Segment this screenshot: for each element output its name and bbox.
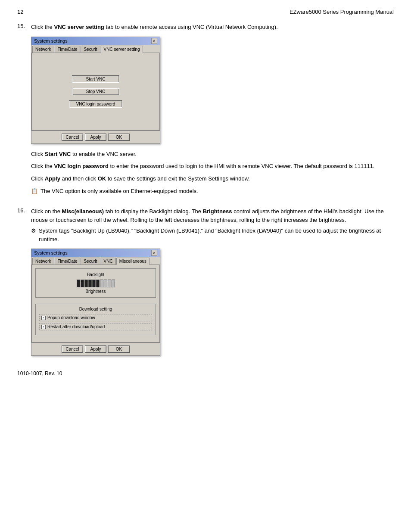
revision-text: 1010-1007, Rev. 10 [17, 370, 62, 376]
misc-tab-network[interactable]: Network [32, 258, 54, 264]
note-text: The VNC option is only available on Ethe… [40, 187, 198, 196]
ok-button[interactable]: OK [108, 134, 130, 141]
misc-dialog-title: System settings [34, 250, 68, 255]
apply-text: Apply [45, 175, 60, 182]
brightness-text: Brightness [85, 289, 106, 294]
manual-title: EZware5000 Series Programming Manual [290, 9, 394, 15]
system-tags-icon: ⚙ [31, 227, 36, 235]
vnc-dialog-content: Start VNC Stop VNC VNC login password [31, 53, 160, 131]
restart-after-download-checkbox[interactable]: ✓ [41, 325, 46, 329]
seg9 [108, 280, 111, 287]
misc-dialog-title-bar: System settings × [31, 249, 160, 257]
miscellaneous-bold: Misc(ellaneous) [62, 208, 104, 215]
page-header: 12 EZware5000 Series Programming Manual [17, 9, 394, 15]
brightness-widget: Brightness [77, 280, 115, 294]
popup-download-label: Popup download window [47, 315, 95, 320]
vnc-server-setting-bold: VNC server setting [54, 24, 104, 30]
seg7 [100, 280, 103, 287]
restart-after-download-label: Restart after download/upload [47, 324, 105, 329]
page-number: 12 [17, 9, 23, 15]
misc-tab-security[interactable]: Securit [81, 258, 100, 264]
vnc-login-password-button[interactable]: VNC login password [69, 100, 123, 108]
tab-timedate[interactable]: Time/Date [55, 46, 81, 53]
download-section: Download setting ✓ Popup download window… [35, 304, 156, 335]
step-15-body1: Click Start VNC to enable the VNC server… [31, 150, 394, 159]
vnc-note: 📋 The VNC option is only available on Et… [31, 187, 394, 196]
misc-dialog-content: Backlight [31, 265, 160, 342]
seg5 [92, 280, 96, 287]
ok-text: OK [98, 175, 106, 182]
vnc-login-password-text: VNC login password [54, 163, 108, 169]
popup-download-checkbox-row[interactable]: ✓ Popup download window [39, 314, 152, 321]
close-button[interactable]: × [151, 38, 157, 44]
misc-cancel-button[interactable]: Cancel [62, 345, 83, 353]
step-16-intro: Click on the Misc(ellaneous) tab to disp… [31, 207, 394, 224]
misc-ok-button[interactable]: OK [108, 345, 130, 353]
dialog-title: System settings [34, 38, 68, 44]
start-vnc-button[interactable]: Start VNC [72, 75, 119, 83]
tab-row: Network Time/Date Securit VNC server set… [31, 45, 160, 53]
system-tags-note: ⚙ System tags "Backlight Up (LB9040)," "… [31, 227, 394, 243]
misc-tab-miscellaneous[interactable]: Miscellaneous [116, 258, 149, 265]
step-15-block: 15. Click the VNC server setting tab to … [17, 23, 394, 199]
misc-tab-row: Network Time/Date Securit VNC Miscellane… [31, 257, 160, 265]
dialog-title-bar: System settings × [31, 37, 160, 45]
misc-tab-vnc[interactable]: VNC [101, 258, 116, 264]
step-15-intro: Click the VNC server setting tab to enab… [31, 23, 394, 31]
stop-vnc-button[interactable]: Stop VNC [72, 88, 119, 95]
seg8 [104, 280, 107, 287]
vnc-dialog-footer: Cancel Apply OK [31, 131, 160, 143]
misc-dialog-wrapper: System settings × Network Time/Date Secu… [31, 249, 394, 356]
backlight-label: Backlight [87, 272, 105, 277]
tab-network[interactable]: Network [32, 46, 54, 53]
seg1 [77, 280, 80, 287]
seg4 [88, 280, 92, 287]
tab-vnc-server-setting[interactable]: VNC server setting [101, 46, 143, 53]
system-tags-text: System tags "Backlight Up (LB9040)," "Ba… [39, 227, 394, 243]
page-footer: 1010-1007, Rev. 10 [17, 370, 394, 376]
misc-close-button[interactable]: × [151, 250, 157, 256]
step-15-number: 15. [17, 23, 28, 199]
step-15-body2: Click the VNC login password to enter th… [31, 162, 394, 171]
misc-apply-button[interactable]: Apply [85, 345, 106, 353]
misc-system-settings-dialog: System settings × Network Time/Date Secu… [31, 249, 160, 356]
apply-button[interactable]: Apply [85, 134, 106, 141]
cancel-button[interactable]: Cancel [62, 134, 83, 141]
vnc-dialog-wrapper: System settings × Network Time/Date Secu… [31, 37, 394, 144]
tab-security[interactable]: Securit [81, 46, 100, 53]
brightness-bar[interactable] [77, 280, 115, 287]
misc-tab-timedate[interactable]: Time/Date [55, 258, 81, 264]
step-16-number: 16. [17, 207, 28, 362]
restart-after-download-checkbox-row[interactable]: ✓ Restart after download/upload [39, 323, 152, 330]
vnc-system-settings-dialog: System settings × Network Time/Date Secu… [31, 37, 160, 144]
misc-dialog-footer: Cancel Apply OK [31, 342, 160, 355]
backlight-section: Backlight [35, 268, 156, 298]
start-vnc-text: Start VNC [45, 151, 71, 157]
popup-download-checkbox[interactable]: ✓ [41, 316, 46, 320]
step-16-block: 16. Click on the Misc(ellaneous) tab to … [17, 207, 394, 362]
download-section-title: Download setting [39, 307, 152, 311]
step-15-body3: Click Apply and then click OK to save th… [31, 174, 394, 184]
note-icon: 📋 [31, 187, 38, 196]
seg3 [84, 280, 88, 287]
seg2 [81, 280, 84, 287]
seg6 [96, 280, 100, 287]
brightness-bold: Brightness [203, 208, 232, 215]
seg10 [112, 280, 115, 287]
